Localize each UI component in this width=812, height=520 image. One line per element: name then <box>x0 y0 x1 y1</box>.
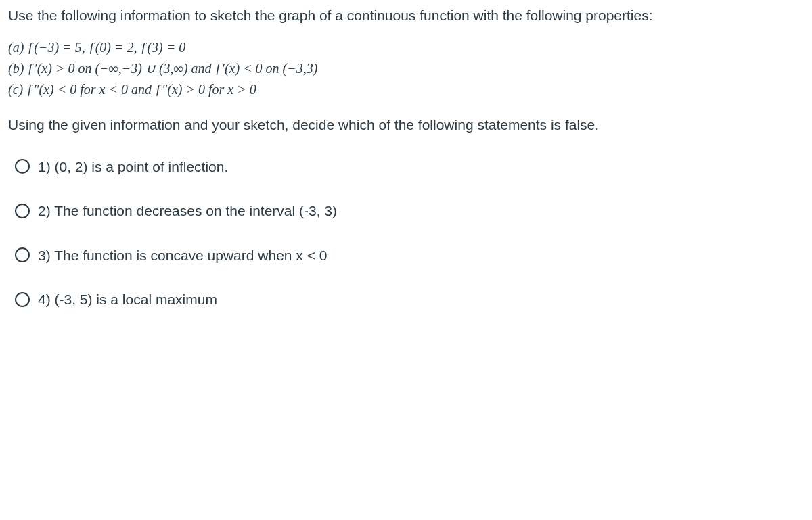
option-1[interactable]: 1) (0, 2) is a point of inflection. <box>15 157 804 176</box>
option-2-text: 2) The function decreases on the interva… <box>38 201 337 220</box>
options-list: 1) (0, 2) is a point of inflection. 2) T… <box>8 157 804 323</box>
option-2[interactable]: 2) The function decreases on the interva… <box>15 201 804 220</box>
option-1-text: 1) (0, 2) is a point of inflection. <box>38 157 228 176</box>
radio-icon[interactable] <box>15 292 30 307</box>
option-4[interactable]: 4) (-3, 5) is a local maximum <box>15 289 804 309</box>
condition-c: (c) ƒ″(x) < 0 for x < 0 and ƒ″(x) > 0 fo… <box>8 79 804 100</box>
question-text: Using the given information and your ske… <box>8 115 804 135</box>
option-3-text: 3) The function is concave upward when x… <box>38 245 327 265</box>
option-4-text: 4) (-3, 5) is a local maximum <box>38 289 217 309</box>
intro-text: Use the following information to sketch … <box>8 5 804 25</box>
radio-icon[interactable] <box>15 204 30 218</box>
radio-icon[interactable] <box>15 159 30 174</box>
conditions-block: (a) ƒ(−3) = 5, ƒ(0) = 2, ƒ(3) = 0 (b) ƒ′… <box>8 37 804 100</box>
option-3[interactable]: 3) The function is concave upward when x… <box>15 245 804 265</box>
condition-a: (a) ƒ(−3) = 5, ƒ(0) = 2, ƒ(3) = 0 <box>8 37 804 58</box>
radio-icon[interactable] <box>15 247 30 262</box>
condition-b: (b) ƒ′(x) > 0 on (−∞,−3) ∪ (3,∞) and ƒ′(… <box>8 58 804 79</box>
